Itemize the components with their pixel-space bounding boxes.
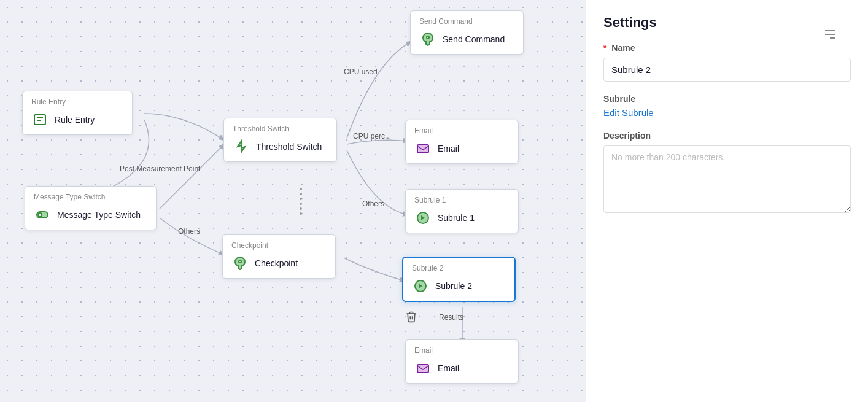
settings-title: Settings bbox=[603, 15, 851, 31]
description-textarea[interactable] bbox=[603, 145, 851, 213]
node-subrule2-title: Subrule 2 bbox=[412, 264, 506, 273]
edge-label-post-measurement: Post Measurement Point bbox=[120, 164, 200, 173]
node-rule-entry-label: Rule Entry bbox=[55, 115, 95, 125]
node-checkpoint[interactable]: Checkpoint Checkpoint bbox=[222, 234, 336, 279]
node-send-command-title: Send Command bbox=[419, 17, 514, 26]
edge-label-others-bottom: Others bbox=[362, 199, 384, 208]
edge-label-cpu-perc: CPU perc... bbox=[353, 132, 391, 141]
checkpoint-icon bbox=[231, 255, 249, 272]
edge-threshold-email bbox=[347, 140, 408, 144]
node-rule-entry[interactable]: Rule Entry Rule Entry bbox=[22, 91, 133, 135]
edge-label-results: Results bbox=[439, 313, 463, 322]
settings-menu-icon[interactable] bbox=[824, 29, 836, 42]
node-threshold-label: Threshold Switch bbox=[256, 142, 322, 152]
node-subrule1-label: Subrule 1 bbox=[438, 213, 475, 223]
node-checkpoint-title: Checkpoint bbox=[231, 241, 327, 250]
description-section: Description bbox=[603, 131, 851, 215]
edge-message-checkpoint bbox=[160, 218, 224, 255]
subrule2-icon bbox=[412, 277, 429, 295]
email-top-icon bbox=[414, 140, 432, 157]
threshold-switch-icon bbox=[233, 138, 250, 155]
edge-threshold-send bbox=[347, 42, 411, 138]
node-send-command-label: Send Command bbox=[443, 34, 505, 44]
node-email-top[interactable]: Email Email bbox=[405, 120, 519, 164]
node-email-bottom[interactable]: Email Email bbox=[405, 339, 519, 384]
node-threshold-title: Threshold Switch bbox=[233, 125, 328, 133]
edit-subrule-link[interactable]: Edit Subrule bbox=[603, 107, 654, 118]
node-message-label: Message Type Switch bbox=[57, 210, 141, 220]
rule-entry-icon bbox=[31, 111, 48, 128]
node-email-top-title: Email bbox=[414, 126, 510, 135]
edge-label-cpu-used: CPU used bbox=[344, 68, 378, 76]
node-email-bottom-title: Email bbox=[414, 346, 510, 355]
name-field: * Name bbox=[603, 43, 851, 82]
delete-node-button[interactable] bbox=[405, 310, 417, 327]
panel-drag-handle[interactable] bbox=[300, 188, 302, 215]
flow-canvas[interactable]: CPU used CPU perc... Post Measurement Po… bbox=[0, 0, 586, 402]
send-command-icon bbox=[419, 31, 436, 48]
node-email-top-label: Email bbox=[438, 144, 459, 153]
node-threshold-switch[interactable]: Threshold Switch Threshold Switch bbox=[223, 118, 337, 162]
name-input[interactable] bbox=[603, 58, 851, 82]
node-subrule1[interactable]: Subrule 1 Subrule 1 bbox=[405, 189, 519, 233]
subrule-section: Subrule Edit Subrule bbox=[603, 94, 851, 118]
edge-message-threshold bbox=[160, 144, 224, 209]
edge-label-others-top: Others bbox=[178, 227, 200, 236]
description-label: Description bbox=[603, 131, 851, 141]
subrule-label: Subrule bbox=[603, 94, 851, 104]
svg-point-8 bbox=[239, 260, 241, 263]
node-subrule2[interactable]: Subrule 2 Subrule 2 bbox=[402, 257, 516, 302]
node-checkpoint-label: Checkpoint bbox=[255, 258, 298, 268]
settings-panel: Settings * Name Subrule Edit Subrule Des… bbox=[586, 0, 868, 402]
svg-rect-6 bbox=[417, 145, 428, 153]
node-subrule2-label: Subrule 2 bbox=[435, 281, 472, 291]
node-rule-entry-title: Rule Entry bbox=[31, 98, 123, 106]
required-star: * bbox=[603, 43, 606, 53]
svg-rect-10 bbox=[417, 365, 428, 373]
name-label: * Name bbox=[603, 43, 851, 53]
message-type-switch-icon bbox=[34, 206, 51, 223]
node-email-bottom-label: Email bbox=[438, 363, 459, 373]
edge-checkpoint-subrule2 bbox=[344, 258, 405, 281]
svg-point-4 bbox=[38, 213, 42, 217]
subrule1-icon bbox=[414, 209, 432, 226]
node-message-type-switch[interactable]: Message Type Switch Message Type Switch bbox=[25, 186, 157, 230]
edge-rule-threshold bbox=[144, 114, 224, 140]
node-send-command[interactable]: Send Command Send Command bbox=[410, 10, 524, 55]
node-subrule1-title: Subrule 1 bbox=[414, 196, 510, 204]
email-bottom-icon bbox=[414, 360, 432, 377]
svg-point-5 bbox=[427, 36, 429, 39]
node-message-title: Message Type Switch bbox=[34, 193, 147, 201]
